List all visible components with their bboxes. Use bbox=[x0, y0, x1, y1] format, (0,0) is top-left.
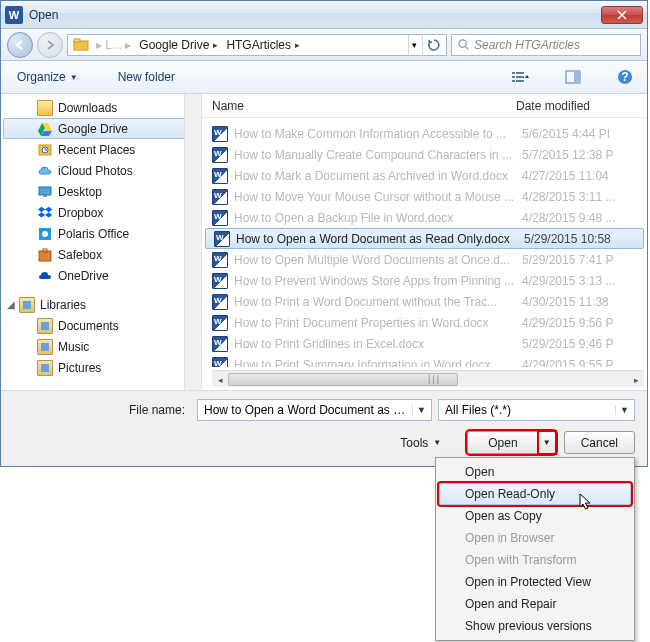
menu-open-with-transform: Open with Transform bbox=[439, 549, 631, 571]
search-input[interactable]: Search HTGArticles bbox=[451, 34, 641, 56]
sidebar-item-polaris-office[interactable]: Polaris Office bbox=[1, 223, 201, 244]
col-name[interactable]: Name bbox=[212, 99, 516, 113]
preview-icon bbox=[565, 70, 581, 84]
filename-input[interactable]: How to Open a Word Document as Rea ▼ bbox=[197, 399, 432, 421]
breadcrumb-dropdown[interactable]: ▾ bbox=[408, 35, 420, 55]
view-options-button[interactable] bbox=[509, 66, 533, 88]
scroll-right-arrow[interactable]: ▸ bbox=[628, 371, 644, 388]
open-dropdown-arrow[interactable]: ▼ bbox=[539, 432, 555, 453]
folder-icon bbox=[73, 37, 89, 53]
word-doc-icon bbox=[212, 273, 228, 289]
svg-rect-10 bbox=[574, 71, 580, 83]
sidebar-lib-music[interactable]: Music bbox=[1, 336, 201, 357]
word-doc-icon bbox=[212, 189, 228, 205]
sidebar-lib-pictures[interactable]: Pictures bbox=[1, 357, 201, 378]
refresh-button[interactable] bbox=[422, 34, 444, 56]
tools-button[interactable]: Tools▼ bbox=[400, 436, 441, 450]
search-icon bbox=[457, 38, 470, 51]
organize-button[interactable]: Organize▼ bbox=[11, 66, 84, 88]
menu-open-as-copy[interactable]: Open as Copy bbox=[439, 505, 631, 527]
word-app-icon: W bbox=[5, 6, 23, 24]
preview-pane-button[interactable] bbox=[561, 66, 585, 88]
file-row[interactable]: How to Open Multiple Word Documents at O… bbox=[202, 249, 647, 270]
sidebar-item-safebox[interactable]: Safebox bbox=[1, 244, 201, 265]
file-row[interactable]: How to Print Summary Information in Word… bbox=[202, 354, 647, 367]
titlebar[interactable]: W Open bbox=[1, 1, 647, 29]
close-button[interactable] bbox=[601, 6, 643, 24]
svg-rect-3 bbox=[512, 72, 515, 74]
sidebar-libraries-header[interactable]: ◢Libraries bbox=[1, 294, 201, 315]
breadcrumb[interactable]: ▸ L... ▸ Google Drive▸ HTGArticles▸ ▾ bbox=[67, 34, 447, 56]
svg-rect-7 bbox=[512, 80, 515, 82]
menu-open-read-only[interactable]: Open Read-Only bbox=[439, 483, 631, 505]
filter-dropdown-arrow[interactable]: ▼ bbox=[615, 405, 630, 415]
file-row[interactable]: How to Print Gridlines in Excel.docx5/29… bbox=[202, 333, 647, 354]
word-doc-icon bbox=[214, 231, 230, 247]
sidebar-item-onedrive[interactable]: OneDrive bbox=[1, 265, 201, 286]
sidebar-item-recent-places[interactable]: Recent Places bbox=[1, 139, 201, 160]
view-icon bbox=[511, 70, 531, 84]
forward-arrow-icon bbox=[44, 39, 56, 51]
close-icon bbox=[617, 10, 627, 20]
sidebar-item-desktop[interactable]: Desktop bbox=[1, 181, 201, 202]
scroll-thumb[interactable] bbox=[228, 373, 458, 386]
svg-rect-15 bbox=[39, 187, 51, 195]
word-doc-icon bbox=[212, 336, 228, 352]
open-dialog: W Open ▸ L... ▸ Google Drive▸ HTGArticle… bbox=[0, 0, 648, 467]
open-button[interactable]: Open bbox=[468, 432, 538, 453]
file-row[interactable]: How to Move Your Mouse Cursor without a … bbox=[202, 186, 647, 207]
sidebar-item-downloads[interactable]: Downloads bbox=[1, 97, 201, 118]
sidebar[interactable]: DownloadsGoogle DriveRecent PlacesiCloud… bbox=[1, 94, 202, 390]
svg-rect-5 bbox=[512, 76, 515, 78]
breadcrumb-seg-1[interactable]: Google Drive▸ bbox=[135, 35, 222, 55]
file-row[interactable]: How to Make Common Information Accessibl… bbox=[202, 123, 647, 144]
forward-button[interactable] bbox=[37, 32, 63, 58]
word-doc-icon bbox=[212, 294, 228, 310]
word-doc-icon bbox=[212, 252, 228, 268]
open-split-button[interactable]: Open ▼ bbox=[467, 431, 555, 454]
svg-rect-16 bbox=[43, 195, 47, 197]
sidebar-item-google-drive[interactable]: Google Drive bbox=[3, 118, 185, 139]
file-row[interactable]: How to Prevent Windows Store Apps from P… bbox=[202, 270, 647, 291]
file-row[interactable]: How to Open a Backup File in Word.docx4/… bbox=[202, 207, 647, 228]
file-list[interactable]: How to Make Common Information Accessibl… bbox=[202, 118, 647, 367]
cancel-button[interactable]: Cancel bbox=[564, 431, 635, 454]
column-headers[interactable]: Name Date modified bbox=[202, 94, 647, 118]
search-placeholder: Search HTGArticles bbox=[474, 38, 580, 52]
menu-show-previous-versions[interactable]: Show previous versions bbox=[439, 615, 631, 637]
filename-label: File name: bbox=[13, 403, 191, 417]
toolbar: Organize▼ New folder ? bbox=[1, 61, 647, 94]
help-button[interactable]: ? bbox=[613, 66, 637, 88]
new-folder-button[interactable]: New folder bbox=[112, 66, 181, 88]
nav-bar: ▸ L... ▸ Google Drive▸ HTGArticles▸ ▾ Se… bbox=[1, 29, 647, 61]
help-icon: ? bbox=[617, 69, 633, 85]
file-area: Name Date modified How to Make Common In… bbox=[202, 94, 647, 390]
scroll-left-arrow[interactable]: ◂ bbox=[212, 371, 228, 388]
bottom-panel: File name: How to Open a Word Document a… bbox=[1, 390, 647, 466]
menu-open-in-browser: Open in Browser bbox=[439, 527, 631, 549]
file-row[interactable]: How to Print a Word Document without the… bbox=[202, 291, 647, 312]
back-button[interactable] bbox=[7, 32, 33, 58]
file-row[interactable]: How to Manually Create Compound Characte… bbox=[202, 144, 647, 165]
word-doc-icon bbox=[212, 210, 228, 226]
word-doc-icon bbox=[212, 126, 228, 142]
horizontal-scrollbar[interactable]: ◂ ||| ▸ bbox=[212, 370, 644, 387]
svg-rect-6 bbox=[516, 76, 524, 78]
menu-open[interactable]: Open bbox=[439, 461, 631, 483]
sidebar-item-icloud-photos[interactable]: iCloud Photos bbox=[1, 160, 201, 181]
sidebar-item-dropbox[interactable]: Dropbox bbox=[1, 202, 201, 223]
svg-point-18 bbox=[42, 231, 48, 237]
filename-dropdown-arrow[interactable]: ▼ bbox=[412, 405, 427, 415]
breadcrumb-seg-2[interactable]: HTGArticles▸ bbox=[222, 35, 304, 55]
col-date[interactable]: Date modified bbox=[516, 99, 647, 113]
file-type-filter[interactable]: All Files (*.*) ▼ bbox=[438, 399, 635, 421]
open-dropdown-menu[interactable]: OpenOpen Read-OnlyOpen as CopyOpen in Br… bbox=[435, 457, 635, 641]
sidebar-lib-documents[interactable]: Documents bbox=[1, 315, 201, 336]
menu-open-and-repair[interactable]: Open and Repair bbox=[439, 593, 631, 615]
file-row[interactable]: How to Open a Word Document as Read Only… bbox=[205, 228, 644, 249]
breadcrumb-obscured[interactable]: ▸ L... ▸ bbox=[92, 35, 135, 55]
menu-open-in-protected-view[interactable]: Open in Protected View bbox=[439, 571, 631, 593]
window-title: Open bbox=[29, 8, 601, 22]
file-row[interactable]: How to Print Document Properties in Word… bbox=[202, 312, 647, 333]
file-row[interactable]: How to Mark a Document as Archived in Wo… bbox=[202, 165, 647, 186]
